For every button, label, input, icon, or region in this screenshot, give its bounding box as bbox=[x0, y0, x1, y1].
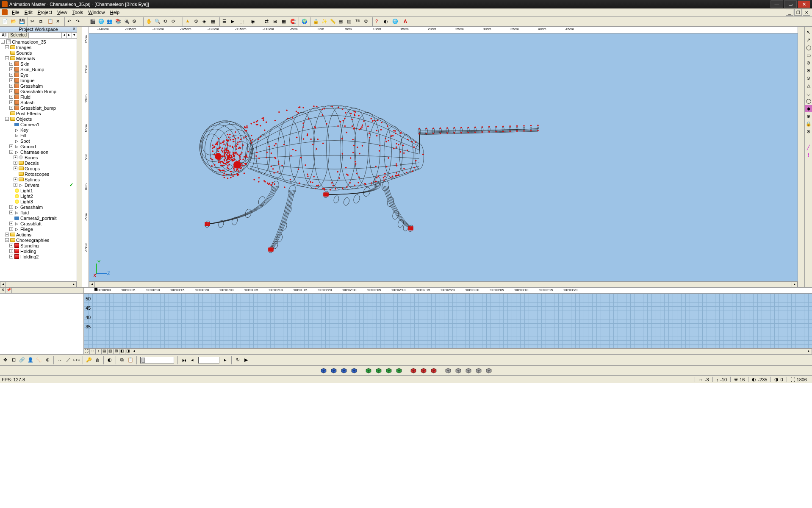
chor-button[interactable]: ⬚ bbox=[238, 18, 246, 25]
render-lock-button[interactable]: 🔒 bbox=[312, 18, 320, 25]
tree-item-images[interactable]: +Images bbox=[0, 44, 77, 50]
copy-frame-button[interactable]: ⧉ bbox=[118, 356, 126, 364]
tl-scroll-right[interactable]: ▸ bbox=[806, 349, 812, 354]
tree-item-splines[interactable]: +Splines bbox=[0, 177, 77, 182]
viewport-hscroll-right[interactable]: ▸ bbox=[792, 282, 798, 287]
community-button[interactable]: 👥 bbox=[106, 18, 114, 25]
view-mode-9[interactable] bbox=[419, 366, 428, 375]
view-mode-5[interactable] bbox=[374, 366, 383, 375]
options-button[interactable]: ⚙ bbox=[131, 18, 139, 25]
tree-item-light2[interactable]: Light2 bbox=[0, 193, 77, 199]
key-make-button[interactable]: 🔑 bbox=[85, 356, 93, 364]
timeline-pin-button[interactable]: 📌 bbox=[6, 288, 12, 293]
tree-item-groups[interactable]: +Groups bbox=[0, 166, 77, 171]
tl-toggle3[interactable]: ⊞ bbox=[114, 349, 119, 354]
extrude-tool[interactable]: ▭ bbox=[805, 52, 812, 58]
smooth-tool[interactable]: ◡ bbox=[805, 90, 812, 97]
tab-nav-menu[interactable]: ▾ bbox=[72, 33, 77, 38]
menu-project[interactable]: Project bbox=[35, 9, 55, 16]
key-constraint-button[interactable]: 🔗 bbox=[18, 356, 26, 364]
tree-item-eye[interactable]: +Eye bbox=[0, 72, 77, 78]
viewport-hscroll-track[interactable] bbox=[95, 282, 792, 287]
distort-tool[interactable]: ! bbox=[805, 152, 812, 158]
render-button[interactable]: 🎬 bbox=[89, 18, 97, 25]
key-bone-button[interactable]: 🦴 bbox=[35, 356, 43, 364]
tree-item-drivers[interactable]: +▷Drivers✓ bbox=[0, 182, 77, 188]
interp-etc-button[interactable]: ETC bbox=[73, 356, 80, 364]
menu-view[interactable]: View bbox=[55, 9, 70, 16]
settings-button[interactable]: ⚙ bbox=[363, 18, 371, 25]
view-mode-12[interactable] bbox=[454, 366, 463, 375]
timeline-graph[interactable]: 50454035 bbox=[84, 294, 812, 348]
tree-scroll-right[interactable]: ▸ bbox=[71, 282, 77, 287]
tree-item-camera1[interactable]: Camera1 bbox=[0, 122, 77, 127]
tree-item-holding2[interactable]: +Holding2 bbox=[0, 254, 77, 259]
text-button[interactable]: A bbox=[403, 18, 410, 25]
tree-item-rotoscopes[interactable]: Rotoscopes bbox=[0, 171, 77, 177]
workspace-close-button[interactable]: ✕ bbox=[72, 27, 76, 31]
break-tool[interactable]: ⊘ bbox=[805, 59, 812, 66]
timeline-close-button[interactable]: ✕ bbox=[0, 288, 6, 293]
tree-item-standing[interactable]: +Standing bbox=[0, 243, 77, 248]
tb-button[interactable]: TB bbox=[355, 18, 362, 25]
tree-item-spot[interactable]: ▷Spot bbox=[0, 138, 77, 144]
goto-start-button[interactable]: ⏮ bbox=[180, 356, 188, 364]
maximize-button[interactable]: ▭ bbox=[784, 0, 797, 8]
tree-scroll-left[interactable]: ◂ bbox=[0, 282, 6, 287]
add-tool[interactable]: ↗ bbox=[805, 36, 812, 43]
tree-item-bones[interactable]: +Bones bbox=[0, 155, 77, 160]
viewport-vscroll[interactable] bbox=[798, 27, 804, 287]
paste-button[interactable]: 📋 bbox=[47, 18, 54, 25]
tree-item-ground[interactable]: +▷Ground bbox=[0, 144, 77, 149]
plugin-button[interactable]: 🔌 bbox=[123, 18, 130, 25]
copy-button[interactable]: ⧉ bbox=[38, 18, 46, 25]
globeview-button[interactable]: 🌍 bbox=[301, 18, 308, 25]
tl-zoom-fit[interactable]: ⛶ bbox=[84, 349, 90, 354]
tree-item-fluid[interactable]: +▷fluid bbox=[0, 210, 77, 215]
view-mode-7[interactable] bbox=[395, 366, 403, 375]
tree-item-actions[interactable]: +Actions bbox=[0, 232, 77, 237]
tree-item-fliege[interactable]: +▷Fliege bbox=[0, 226, 77, 232]
snap-button[interactable]: ⊞ bbox=[272, 18, 280, 25]
tree-item-grassblatt[interactable]: +▷Grassblatt bbox=[0, 221, 77, 226]
interp-default-button[interactable]: ～ bbox=[56, 356, 64, 364]
timeline-cursor[interactable] bbox=[96, 288, 96, 348]
delete-button[interactable]: ✕ bbox=[55, 18, 63, 25]
magnet-button[interactable]: 🧲 bbox=[289, 18, 297, 25]
hide-tool[interactable]: ⊗ bbox=[805, 128, 812, 135]
menu-window[interactable]: Window bbox=[86, 9, 107, 16]
redo-button[interactable]: ↷ bbox=[75, 18, 83, 25]
tl-scroll-left[interactable]: ◂ bbox=[131, 349, 137, 354]
tree-item-grasshalm[interactable]: +▷Grasshalm bbox=[0, 204, 77, 210]
tree-item-key[interactable]: ▷Key bbox=[0, 127, 77, 133]
tree-item-post-effects[interactable]: Post Effects bbox=[0, 111, 77, 116]
grid-button[interactable]: ▦ bbox=[281, 18, 288, 25]
display-button[interactable]: ▤ bbox=[338, 18, 345, 25]
tree-item-choreographies[interactable]: -Choreographies bbox=[0, 237, 77, 243]
onion-button[interactable]: ◐ bbox=[383, 18, 391, 25]
view-mode-14[interactable] bbox=[474, 366, 483, 375]
tl-toggle2[interactable]: ▥ bbox=[108, 349, 114, 354]
question-button[interactable]: ? bbox=[374, 18, 382, 25]
view-mode-13[interactable] bbox=[464, 366, 473, 375]
tree-item-light3[interactable]: Light3 bbox=[0, 199, 77, 204]
next-frame-button[interactable]: ▸ bbox=[222, 356, 229, 364]
tree-item-skin_bump[interactable]: +Skin_Bump bbox=[0, 67, 77, 72]
lock-tool[interactable]: 🔒 bbox=[805, 120, 812, 127]
key-move-button[interactable]: ✥ bbox=[1, 356, 9, 364]
project-tree[interactable]: -Chamaeleon_35+ImagesSounds-Materials+Sk… bbox=[0, 39, 77, 281]
skeleton-button[interactable]: ☰ bbox=[222, 18, 229, 25]
view-mode-4[interactable] bbox=[364, 366, 373, 375]
menu-tools[interactable]: Tools bbox=[70, 9, 86, 16]
tree-item-charmaeleon[interactable]: -▷Charmaeleon bbox=[0, 149, 77, 155]
view-mode-2[interactable] bbox=[340, 366, 348, 375]
view-mode-8[interactable] bbox=[409, 366, 418, 375]
timeline-ruler[interactable]: :00:00:00:00:00:05:00:00:10:00:00:15:00:… bbox=[84, 288, 812, 294]
ruler-button[interactable]: 📏 bbox=[329, 18, 337, 25]
tree-scroll-track[interactable] bbox=[6, 282, 71, 287]
tree-item-fill[interactable]: ▷Fill bbox=[0, 133, 77, 138]
timeline-button[interactable]: ▥ bbox=[346, 18, 354, 25]
view-mode-1[interactable] bbox=[330, 366, 338, 375]
view-mode-0[interactable] bbox=[319, 366, 328, 375]
tree-item-sounds[interactable]: Sounds bbox=[0, 50, 77, 56]
